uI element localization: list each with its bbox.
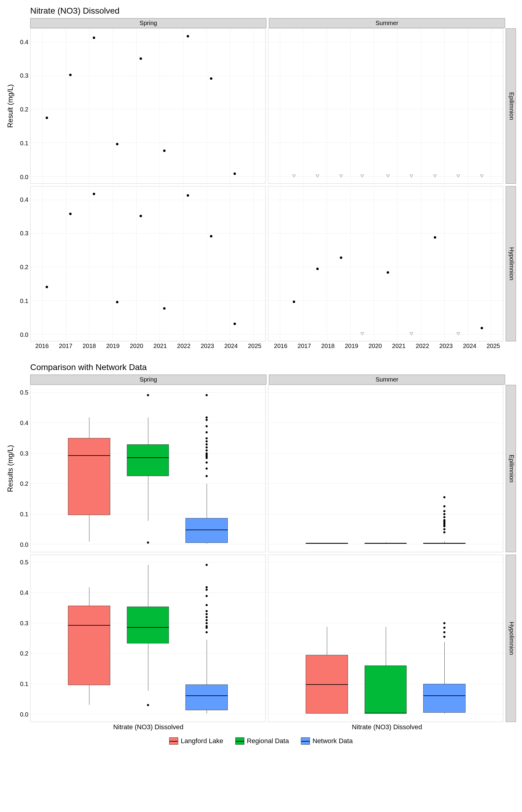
- triangle-marker: [409, 175, 413, 178]
- outlier-marker: [443, 519, 445, 521]
- box-body: [68, 438, 110, 515]
- outlier-marker: [205, 631, 207, 633]
- triangle-marker: [480, 175, 484, 178]
- dot-marker: [316, 268, 319, 270]
- triangle-marker: [360, 175, 364, 178]
- box-median: [306, 684, 348, 685]
- outlier-marker: [205, 622, 207, 624]
- x-tick: 2024: [224, 343, 238, 349]
- box-panel-summer-hypolimnion: [268, 555, 503, 722]
- box-body: [185, 685, 228, 710]
- legend-label: Regional Data: [247, 737, 289, 745]
- triangle-marker: [433, 175, 437, 178]
- dot-marker: [116, 301, 118, 303]
- outlier-marker: [205, 475, 207, 477]
- x-tick: 2022: [416, 343, 429, 349]
- dot-marker: [69, 213, 72, 215]
- legend-item-regional: Regional Data: [235, 737, 289, 745]
- col-strip-summer-2: Summer: [269, 374, 505, 385]
- y-tick: 0.5: [20, 389, 28, 396]
- x-tick: 2021: [392, 343, 406, 349]
- dot-marker: [116, 143, 118, 145]
- y-tick: 0.3: [20, 230, 28, 237]
- col-strip-summer: Summer: [269, 18, 505, 28]
- box-median: [365, 543, 407, 544]
- outlier-marker: [443, 631, 445, 633]
- triangle-marker: [409, 332, 413, 335]
- panel-spring-epilimnion: [30, 28, 265, 184]
- box-panel-spring-epilimnion: [30, 385, 265, 552]
- legend-label: Network Data: [313, 737, 353, 745]
- outlier-marker: [205, 595, 207, 597]
- x-tick: 2018: [321, 343, 335, 349]
- outlier-marker: [205, 589, 207, 591]
- dot-marker: [234, 172, 236, 175]
- legend-item-langford: Langford Lake: [169, 737, 223, 745]
- y-tick: 0.4: [20, 38, 28, 45]
- dot-marker: [46, 286, 48, 288]
- dot-marker: [187, 35, 189, 38]
- box-median: [185, 695, 228, 696]
- legend: Langford Lake Regional Data Network Data: [6, 737, 516, 745]
- dot-marker: [140, 57, 142, 60]
- x-label-summer: Nitrate (NO3) Dissolved: [269, 723, 505, 731]
- row-strip-hypolimnion: Hypolimnion: [506, 186, 516, 341]
- outlier-marker: [205, 461, 207, 463]
- outlier-marker: [443, 622, 445, 624]
- outlier-marker: [205, 616, 207, 618]
- outlier-marker: [443, 510, 445, 512]
- box-median: [127, 627, 169, 628]
- triangle-marker: [457, 175, 460, 178]
- box-median: [306, 543, 348, 544]
- outlier-marker: [205, 452, 207, 454]
- y-tick: 0.4: [20, 419, 28, 426]
- y-tick: 0.2: [20, 264, 28, 271]
- x-tick: 2025: [248, 343, 262, 349]
- outlier-marker: [205, 610, 207, 612]
- panel-summer-hypolimnion: [268, 186, 503, 341]
- dot-marker: [46, 117, 48, 119]
- triangle-marker: [386, 175, 390, 178]
- box-panel-spring-hypolimnion: [30, 555, 265, 722]
- dot-marker: [187, 194, 189, 197]
- y-tick: 0.4: [20, 196, 28, 203]
- y-tick: 0.3: [20, 450, 28, 457]
- x-tick: 2016: [274, 343, 287, 349]
- outlier-marker: [205, 625, 207, 627]
- box-median: [423, 695, 465, 696]
- x-label-spring: Nitrate (NO3) Dissolved: [30, 723, 266, 731]
- y-tick: 0.0: [20, 331, 28, 338]
- box-median: [68, 455, 110, 456]
- y-tick: 0.1: [20, 681, 28, 688]
- y-tick: 0.2: [20, 650, 28, 657]
- outlier-marker: [443, 531, 445, 533]
- outlier-marker: [443, 496, 445, 499]
- legend-item-network: Network Data: [301, 737, 353, 745]
- outlier-marker: [147, 541, 149, 544]
- outlier-marker: [205, 431, 207, 433]
- y-tick: 0.2: [20, 480, 28, 487]
- row-strip-hypolimnion-2: Hypolimnion: [506, 555, 516, 722]
- y-tick: 0.1: [20, 297, 28, 304]
- box-median: [185, 530, 228, 530]
- x-tick: 2018: [82, 343, 96, 349]
- outlier-marker: [147, 704, 149, 706]
- y-tick: 0.3: [20, 620, 28, 627]
- y-tick: 0.0: [20, 711, 28, 718]
- y-axis-label-1: Result (mg/L): [6, 0, 15, 266]
- box-chart: Comparison with Network Data Spring Summ…: [6, 363, 516, 745]
- y-tick: 0.1: [20, 511, 28, 518]
- outlier-marker: [205, 468, 207, 470]
- outlier-marker: [205, 449, 207, 451]
- panel-spring-hypolimnion: [30, 186, 265, 341]
- outlier-marker: [443, 505, 445, 508]
- col-strip-spring-2: Spring: [30, 374, 266, 385]
- triangle-marker: [360, 332, 364, 335]
- dot-marker: [234, 323, 236, 325]
- outlier-marker: [205, 437, 207, 439]
- outlier-marker: [205, 425, 207, 427]
- box-median: [68, 625, 110, 626]
- outlier-marker: [205, 446, 207, 448]
- x-tick: 2022: [177, 343, 190, 349]
- outlier-marker: [205, 419, 207, 421]
